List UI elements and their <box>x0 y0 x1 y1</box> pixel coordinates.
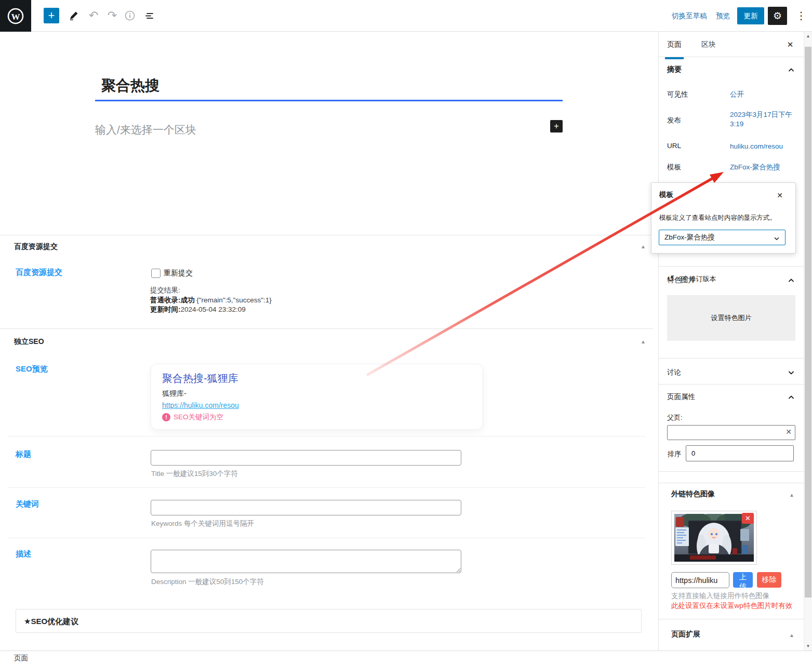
page-attributes-title: 页面属性 <box>667 392 695 402</box>
submit-result-label: 提交结果: <box>150 286 180 295</box>
external-image-title: 外链特色图像 <box>671 489 715 499</box>
sidebar-tabbar: 页面 区块 ✕ <box>659 32 804 57</box>
resubmit-checkbox[interactable] <box>151 269 161 278</box>
seo-title-hint: Title 一般建议15到30个字符 <box>151 469 238 479</box>
discussion-title: 讨论 <box>667 368 681 377</box>
baidu-field-label: 百度资源提交 <box>16 268 62 277</box>
seo-keywords-hint: Keywords 每个关键词用逗号隔开 <box>151 519 254 528</box>
chevron-up-icon[interactable] <box>787 66 795 74</box>
order-label: 排序 <box>668 449 681 459</box>
close-popup-icon[interactable]: ✕ <box>774 189 786 202</box>
parent-page-input[interactable] <box>668 426 785 440</box>
template-label: 模板 <box>667 163 681 172</box>
scrollbar-thumb[interactable] <box>805 47 811 598</box>
seo-title-input[interactable] <box>151 450 461 466</box>
baidu-metabox-title: 百度资源提交 <box>14 242 58 251</box>
seo-tips-box[interactable]: ★SEO优化建议 <box>16 609 642 633</box>
result-bold: 普通收录:成功 <box>150 296 195 304</box>
result-json: {"remain":5,"success":1} <box>195 296 272 304</box>
list-view-icon[interactable] <box>141 7 158 24</box>
visibility-value[interactable]: 公开 <box>730 90 797 99</box>
external-image-thumbnail: ✕ <box>671 511 757 565</box>
breadcrumb: 页面 <box>14 654 28 663</box>
scroll-up-icon[interactable]: ▲ <box>804 32 812 41</box>
delete-image-icon[interactable]: ✕ <box>742 513 754 524</box>
template-value[interactable]: ZbFox-聚合热搜 <box>730 163 797 172</box>
clear-icon[interactable]: ✕ <box>786 428 792 436</box>
wordpress-editor-screen: W + ↶ ↷ 切换至草稿 预览 更新 ⚙ ⋮ 聚合热搜 输入/来选择一个区块 … <box>0 0 812 663</box>
visibility-label: 可见性 <box>667 90 688 99</box>
seo-description-textarea[interactable] <box>151 550 461 573</box>
sidebar-scrollbar[interactable]: ▲ ▼ <box>804 32 812 651</box>
chevron-down-icon <box>773 235 780 242</box>
url-label: URL <box>667 142 681 150</box>
seo-preview-label: SEO预览 <box>16 364 48 374</box>
seo-card-site: 狐狸库- <box>162 389 187 399</box>
page-extension-section: 页面扩展 ▲ <box>659 619 804 651</box>
tab-page[interactable]: 页面 <box>665 32 684 59</box>
block-placeholder[interactable]: 输入/来选择一个区块 <box>95 123 196 137</box>
external-image-hint: 支持直接输入链接用作特色图像 <box>671 591 769 601</box>
tools-pencil-icon[interactable] <box>65 7 82 24</box>
seo-description-label: 描述 <box>16 549 31 559</box>
baidu-collapse-icon[interactable]: ▲ <box>641 244 646 249</box>
remove-button[interactable]: 移除 <box>757 572 781 588</box>
publish-value[interactable]: 2023年3月17日下午 3:19 <box>730 110 797 129</box>
tab-block[interactable]: 区块 <box>699 32 718 57</box>
editor-toolbar: W + ↶ ↷ 切换至草稿 预览 更新 ⚙ ⋮ <box>0 0 812 32</box>
add-block-button[interactable]: + <box>550 120 563 132</box>
external-image-warning: 此处设置仅在未设置wp特色图片时有效 <box>671 601 792 611</box>
row-divider <box>8 487 645 488</box>
discussion-section: 讨论 <box>659 359 804 384</box>
update-button[interactable]: 更新 <box>737 7 764 24</box>
template-select[interactable]: ZbFox-聚合热搜 <box>659 230 786 245</box>
page-attributes-section: 页面属性 父页: ✕ 排序 <box>659 384 804 472</box>
info-icon[interactable] <box>122 7 138 24</box>
scroll-down-icon[interactable]: ▼ <box>804 642 812 651</box>
chevron-up-icon[interactable] <box>787 276 795 285</box>
redo-icon[interactable]: ↷ <box>104 7 121 24</box>
template-popup-title: 模板 <box>659 190 673 200</box>
seo-title-label: 标题 <box>16 449 31 459</box>
seo-metabox: 独立SEO ▲ SEO预览 聚合热搜-狐狸库 狐狸库- https://huli… <box>0 329 653 651</box>
seo-metabox-title: 独立SEO <box>14 337 44 347</box>
summary-title: 摘要 <box>667 65 682 74</box>
post-title[interactable]: 聚合热搜 <box>101 76 159 96</box>
submit-result-line: 普通收录:成功 {"remain":5,"success":1} <box>150 296 272 305</box>
chevron-down-icon[interactable] <box>787 368 795 377</box>
template-popup: 模板 ✕ 模板定义了查看站点时内容的显示方式。 ZbFox-聚合热搜 <box>651 182 796 254</box>
row-divider <box>8 538 645 538</box>
status-bar: 页面 <box>0 651 812 663</box>
switch-to-draft-link[interactable]: 切换至草稿 <box>672 11 707 21</box>
page-extension-collapse-icon[interactable]: ▲ <box>789 632 794 638</box>
external-image-url-input[interactable] <box>671 572 729 588</box>
wordpress-logo-icon[interactable]: W <box>0 0 31 32</box>
external-image-collapse-icon[interactable]: ▲ <box>789 492 794 498</box>
seo-preview-card: 聚合热搜-狐狸库 狐狸库- https://huliku.com/resou !… <box>151 364 483 430</box>
template-select-value: ZbFox-聚合热搜 <box>664 233 715 242</box>
options-kebab-icon[interactable]: ⋮ <box>793 7 809 24</box>
svg-text:W: W <box>11 11 20 21</box>
upload-button[interactable]: 上传 <box>733 572 753 588</box>
block-inserter-button[interactable]: + <box>44 8 59 23</box>
section-spacer <box>659 472 804 483</box>
undo-icon[interactable]: ↶ <box>85 7 102 24</box>
order-input[interactable] <box>686 445 794 461</box>
seo-keywords-input[interactable] <box>151 500 461 515</box>
settings-sidebar: 页面 区块 ✕ 摘要 可见性 公开 发布 2023年3月17日下午 3:19 U… <box>658 32 804 651</box>
seo-keywords-label: 关键词 <box>16 499 39 509</box>
resubmit-label[interactable]: 重新提交 <box>164 269 193 278</box>
template-popup-description: 模板定义了查看站点时内容的显示方式。 <box>659 214 776 222</box>
seo-card-warning-row: ! SEO关键词为空 <box>162 413 223 422</box>
close-sidebar-icon[interactable]: ✕ <box>784 38 796 51</box>
preview-link[interactable]: 预览 <box>716 11 730 21</box>
chevron-up-icon[interactable] <box>787 393 795 402</box>
seo-collapse-icon[interactable]: ▲ <box>641 339 646 344</box>
url-value[interactable]: huliku.com/resou <box>730 142 797 151</box>
set-featured-image-button[interactable]: 设置特色图片 <box>667 295 795 341</box>
featured-image-section: 特色图片 设置特色图片 <box>659 267 804 359</box>
settings-gear-icon[interactable]: ⚙ <box>768 7 787 25</box>
seo-card-url-link[interactable]: https://huliku.com/resou <box>162 401 239 409</box>
warning-icon: ! <box>162 413 170 421</box>
seo-card-title: 聚合热搜-狐狸库 <box>162 372 238 386</box>
